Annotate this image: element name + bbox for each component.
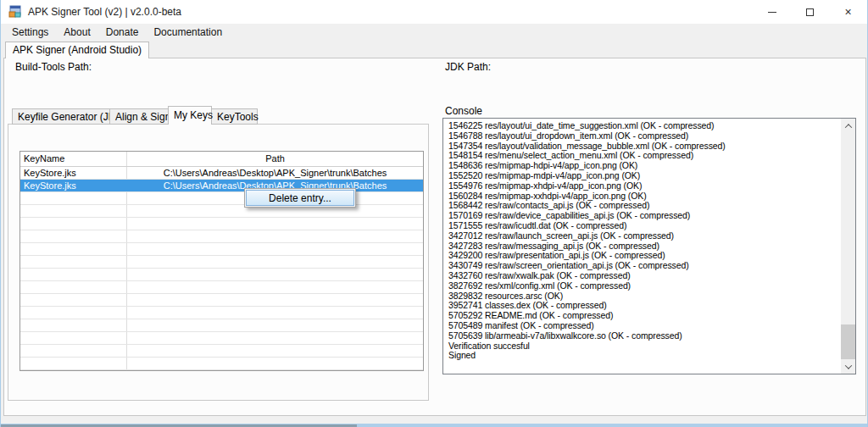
window-controls: × bbox=[753, 0, 867, 24]
key-name-cell bbox=[20, 294, 127, 306]
key-name-cell bbox=[20, 269, 127, 280]
key-path-cell bbox=[127, 332, 423, 344]
keys-tab-strip: Keyfile Generator (JDK)Align & SignMy Ke… bbox=[12, 106, 257, 125]
key-name-cell bbox=[20, 192, 127, 204]
console-output[interactable]: 1546225 res/layout/ui_date_time_suggesti… bbox=[442, 118, 856, 374]
table-empty-row[interactable] bbox=[20, 269, 423, 281]
console-label: Console bbox=[442, 105, 485, 117]
column-header-keyname[interactable]: KeyName bbox=[20, 152, 127, 166]
console-line: 5705489 manifest (OK - compressed) bbox=[448, 321, 841, 331]
close-button[interactable]: × bbox=[829, 0, 867, 24]
key-name-cell bbox=[20, 332, 127, 344]
title-bar: APK Signer Tool (v2) | v2.0.0-beta × bbox=[1, 0, 867, 24]
table-empty-row[interactable] bbox=[20, 243, 423, 256]
key-path-cell bbox=[127, 230, 423, 242]
keys-table: KeyNamePath KeyStore.jksC:\Users\Andreas… bbox=[19, 151, 424, 371]
console-line: 1554976 res/mipmap-xhdpi-v4/app_icon.png… bbox=[448, 181, 841, 191]
key-name-cell bbox=[20, 319, 127, 331]
menu-item-settings[interactable]: Settings bbox=[4, 24, 56, 42]
console-line: 1552520 res/mipmap-mdpi-v4/app_icon.png … bbox=[448, 171, 841, 181]
key-path-cell bbox=[127, 345, 423, 357]
console-line: 3427012 res/raw/launch_screen_api.js (OK… bbox=[448, 231, 841, 241]
jdk-path-label: JDK Path: bbox=[442, 61, 493, 73]
console-scrollbar[interactable] bbox=[841, 119, 855, 374]
table-empty-row[interactable] bbox=[20, 281, 423, 294]
context-menu: Delete entry... bbox=[244, 188, 356, 208]
table-empty-row[interactable] bbox=[20, 205, 423, 218]
key-name-cell: KeyStore.jks bbox=[20, 180, 127, 191]
console-line: 3827692 res/xml/config.xml (OK - compres… bbox=[448, 281, 841, 291]
console-line: 5705639 lib/armeabi-v7a/libxwalkcore.so … bbox=[448, 331, 841, 341]
table-empty-row[interactable] bbox=[20, 192, 423, 205]
scroll-down-button[interactable] bbox=[841, 359, 855, 374]
menu-item-documentation[interactable]: Documentation bbox=[146, 24, 230, 42]
key-name-cell bbox=[20, 256, 127, 268]
close-icon: × bbox=[844, 6, 851, 18]
key-name-cell bbox=[20, 230, 127, 242]
table-empty-row[interactable] bbox=[20, 256, 423, 269]
table-empty-row[interactable] bbox=[20, 319, 423, 332]
maximize-button[interactable] bbox=[791, 0, 829, 24]
key-name-cell bbox=[20, 218, 127, 230]
key-path-cell bbox=[127, 307, 423, 319]
tab-my-keys[interactable]: My Keys bbox=[168, 106, 212, 125]
table-empty-row[interactable] bbox=[20, 332, 423, 345]
table-empty-row[interactable] bbox=[20, 307, 423, 319]
menu-item-donate[interactable]: Donate bbox=[98, 24, 147, 42]
app-icon bbox=[8, 5, 22, 19]
table-empty-row[interactable] bbox=[20, 358, 423, 370]
key-path-cell bbox=[127, 358, 423, 369]
keys-table-header: KeyNamePath bbox=[20, 152, 423, 167]
tab-keyfile-generator-jdk[interactable]: Keyfile Generator (JDK) bbox=[12, 108, 110, 125]
console-line: 1571555 res/raw/icudtl.dat (OK - compres… bbox=[448, 221, 841, 231]
key-path-cell bbox=[127, 269, 423, 280]
tab-align-sign[interactable]: Align & Sign bbox=[109, 108, 169, 125]
context-menu-item-delete-entry[interactable]: Delete entry... bbox=[246, 190, 354, 206]
key-name-cell bbox=[20, 205, 127, 217]
key-name-cell bbox=[20, 307, 127, 319]
window-title: APK Signer Tool (v2) | v2.0.0-beta bbox=[28, 0, 181, 24]
console-line: Verification succesful bbox=[448, 341, 841, 352]
app-window: APK Signer Tool (v2) | v2.0.0-beta × Set… bbox=[0, 0, 868, 427]
table-empty-row[interactable] bbox=[20, 230, 423, 243]
maximize-icon bbox=[806, 8, 814, 16]
key-path-cell bbox=[127, 281, 423, 293]
chevron-down-icon bbox=[844, 362, 851, 369]
build-tools-label: Build-Tools Path: bbox=[13, 61, 94, 73]
tab-keytools[interactable]: KeyTools bbox=[211, 108, 258, 125]
table-empty-row[interactable] bbox=[20, 345, 423, 358]
key-path-cell bbox=[127, 256, 423, 268]
key-name-cell bbox=[20, 281, 127, 293]
column-header-path[interactable]: Path bbox=[127, 152, 423, 166]
table-row[interactable]: KeyStore.jksC:\Users\Andreas\Desktop\APK… bbox=[20, 180, 423, 192]
chevron-up-icon bbox=[844, 124, 851, 130]
window-bottom-border bbox=[1, 424, 867, 427]
console-line: 1546788 res/layout/ui_dropdown_item.xml … bbox=[448, 131, 841, 141]
key-path-cell bbox=[127, 319, 423, 331]
table-empty-row[interactable] bbox=[20, 294, 423, 307]
console-line: 3432760 res/raw/xwalk.pak (OK - compress… bbox=[448, 271, 841, 281]
key-name-cell bbox=[20, 243, 127, 255]
key-path-cell bbox=[127, 243, 423, 255]
key-path-cell bbox=[127, 218, 423, 230]
key-path-cell: C:\Users\Andreas\Desktop\APK_Signer\trun… bbox=[127, 167, 423, 179]
key-name-cell bbox=[20, 345, 127, 357]
table-row[interactable]: KeyStore.jksC:\Users\Andreas\Desktop\APK… bbox=[20, 167, 423, 180]
menu-item-about[interactable]: About bbox=[56, 24, 97, 42]
minimize-icon bbox=[768, 12, 776, 13]
minimize-button[interactable] bbox=[753, 0, 791, 24]
table-empty-row[interactable] bbox=[20, 218, 423, 230]
key-name-cell: KeyStore.jks bbox=[20, 167, 127, 179]
key-path-cell bbox=[127, 294, 423, 306]
scrollbar-thumb[interactable] bbox=[841, 324, 855, 359]
menu-bar: SettingsAboutDonateDocumentation bbox=[1, 24, 867, 42]
console-text: 1546225 res/layout/ui_date_time_suggesti… bbox=[443, 119, 841, 374]
tab-apk-signer-android-studio[interactable]: APK Signer (Android Studio) bbox=[5, 42, 149, 58]
key-name-cell bbox=[20, 358, 127, 369]
scroll-up-button[interactable] bbox=[841, 119, 855, 133]
console-line: Signed bbox=[448, 351, 841, 361]
